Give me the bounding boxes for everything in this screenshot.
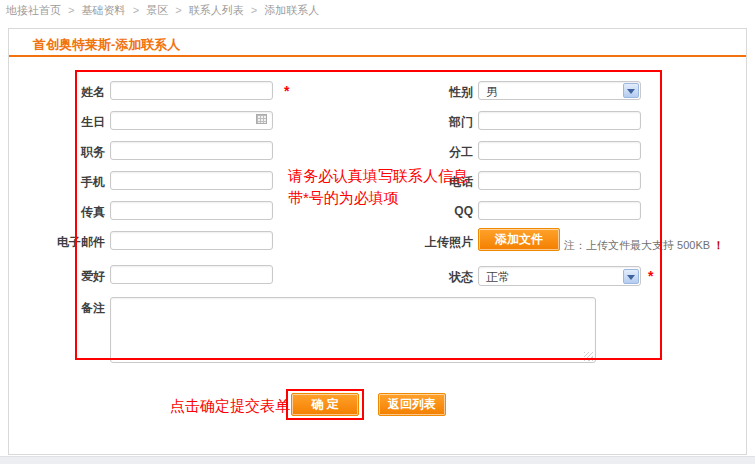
duty-label: 分工 [388,144,473,161]
status-select[interactable]: 正常 [478,266,641,286]
mobile-input[interactable] [110,171,273,190]
title-divider [9,55,746,57]
page-title: 首创奥特莱斯-添加联系人 [33,36,180,54]
fax-label: 传真 [20,204,105,221]
breadcrumb-separator: > [133,4,139,16]
confirm-button[interactable]: 确 定 [291,393,359,416]
phone-label: 电话 [388,174,473,191]
status-selected-value: 正常 [486,269,510,286]
status-label: 状态 [388,269,473,286]
page: 地接社首页 > 基础资料 > 景区 > 联系人列表 > 添加联系人 首创奥特莱斯… [0,0,755,464]
gender-selected-value: 男 [486,84,498,101]
name-input[interactable] [110,81,273,100]
chevron-down-icon [623,269,639,284]
breadcrumb-separator: > [68,4,74,16]
upload-note-text: 注：上传文件最大支持 500KB [564,239,710,251]
fax-input[interactable] [110,201,273,220]
hobby-label: 爱好 [20,268,105,285]
breadcrumb-separator: > [175,4,181,16]
department-label: 部门 [388,114,473,131]
name-required-mark: * [284,83,289,99]
breadcrumb-home[interactable]: 地接社首页 [6,4,61,16]
status-required-mark: * [648,268,653,284]
qq-input[interactable] [478,201,641,220]
hobby-input[interactable] [110,265,273,284]
upload-note: 注：上传文件最大支持 500KB！ [564,238,724,253]
phone-input[interactable] [478,171,641,190]
gender-label: 性别 [388,84,473,101]
duty-input[interactable] [478,141,641,160]
birthday-input[interactable] [110,111,273,130]
back-to-list-button[interactable]: 返回列表 [378,393,446,416]
upload-note-mark: ！ [713,239,724,251]
breadcrumb-scenic-area[interactable]: 景区 [146,4,168,16]
calendar-icon[interactable] [256,114,267,124]
birthday-label: 生日 [20,114,105,131]
name-label: 姓名 [20,84,105,101]
email-input[interactable] [110,231,273,250]
qq-label: QQ [388,204,473,218]
chevron-down-icon [623,83,639,98]
remark-textarea[interactable] [110,297,596,363]
breadcrumb-add-contact: 添加联系人 [264,4,319,16]
resize-handle-icon[interactable] [584,352,593,361]
breadcrumb: 地接社首页 > 基础资料 > 景区 > 联系人列表 > 添加联系人 [6,3,319,18]
department-input[interactable] [478,111,641,130]
email-label: 电子邮件 [20,234,105,251]
mobile-label: 手机 [20,174,105,191]
add-file-button[interactable]: 添加文件 [478,228,560,251]
page-footer-bar [0,456,755,464]
gender-select[interactable]: 男 [478,81,641,100]
remark-label: 备注 [20,300,105,317]
breadcrumb-basic-data[interactable]: 基础资料 [82,4,126,16]
position-label: 职务 [20,144,105,161]
position-input[interactable] [110,141,273,160]
breadcrumb-contact-list[interactable]: 联系人列表 [189,4,244,16]
breadcrumb-separator: > [251,4,257,16]
upload-photo-label: 上传照片 [388,234,473,251]
